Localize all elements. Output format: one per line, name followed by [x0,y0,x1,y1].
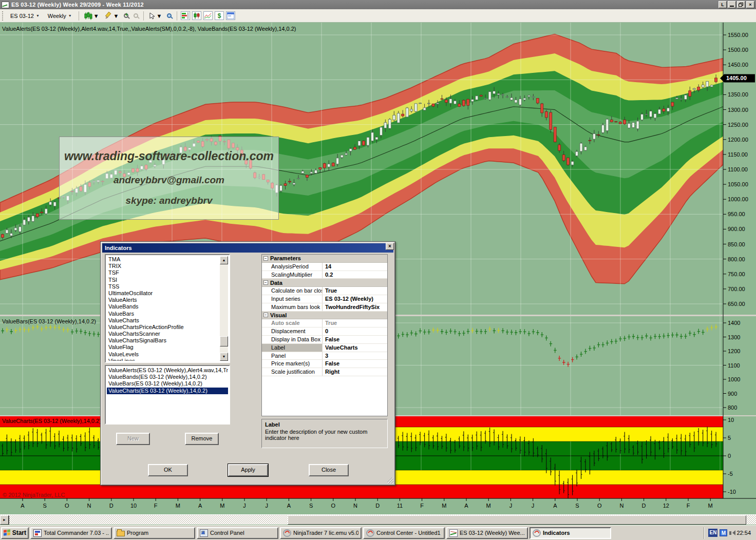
volume-icon[interactable] [729,531,731,535]
property-row[interactable]: Auto scaleTrue [262,319,387,327]
collapse-icon[interactable]: − [263,280,268,285]
watermark-email: andreybbrv@gmail.com [60,175,278,186]
list-item[interactable]: ValueChartsSignalBars [107,337,220,344]
taskbar-button[interactable]: Total Commander 7.03 - ... [30,527,112,539]
dialog-resize-grip[interactable] [387,477,393,484]
property-group-header[interactable]: −Visual [262,312,387,320]
close-button[interactable]: Close [309,464,349,476]
svg-text:J: J [243,503,246,509]
collapse-icon[interactable]: − [263,256,268,261]
zoom-out-icon [134,13,138,18]
taskbar-button[interactable]: Control Panel [197,527,278,539]
configured-indicators-list[interactable]: ValueAlerts(ES 03-12 (Weekly),Alert4.wav… [105,365,230,425]
property-row[interactable]: Displacement0 [262,327,387,336]
taskbar-button[interactable]: Indicators [530,527,611,539]
account-data-button[interactable]: $ [215,11,224,20]
list-item[interactable]: UltimateOscillator [107,290,220,297]
chart-type-button[interactable] [192,11,201,20]
minimize-button[interactable] [728,1,736,8]
configured-indicator-item[interactable]: ValueCharts(ES 03-12 (Weekly),14,0.2) [107,388,228,394]
cursor-tool-button[interactable]: ▼ [147,11,163,21]
window-titlebar[interactable]: ES 03-12 (Weekly) Week 29/2009 - Week 11… [0,0,756,9]
taskbar-button[interactable]: NinjaTrader 7 lic.emu v5.06 [280,527,362,539]
taskbar-button[interactable]: ES 03-12 (Weekly) Wee... [446,527,528,539]
indicator-property-grid[interactable]: −ParametersAnalysisPeriod14ScalingMultip… [261,254,388,416]
dialog-titlebar[interactable]: Indicators [102,243,393,253]
remove-button[interactable]: Remove [185,433,219,445]
list-item[interactable]: ValueBars [107,311,220,317]
scrollbar-thumb[interactable] [220,336,228,346]
svg-text:A: A [287,503,291,509]
new-button[interactable]: New [116,433,150,445]
list-item[interactable]: ValueChartsPriceActionProfile [107,324,220,331]
magicdisc-tray-icon[interactable]: M [720,529,727,536]
property-row[interactable]: AnalysisPeriod14 [262,263,387,271]
scroll-up-button[interactable]: ▲ [220,256,228,264]
svg-text:S: S [309,503,313,509]
property-row[interactable]: LabelValueCharts [262,344,387,352]
list-item[interactable]: TSS [107,283,220,290]
magnifier-icon [167,13,172,18]
property-row[interactable]: Display in Data BoxFalse [262,336,387,344]
list-item[interactable]: ValueLevels [107,351,220,358]
list-item[interactable]: ValueBands [107,303,220,310]
period-label: Weekly [48,13,66,19]
collapse-icon[interactable]: − [263,313,268,317]
configured-indicator-item[interactable]: ValueBands(ES 03-12 (Weekly),14,0.2) [107,374,228,380]
toolbar-grip[interactable] [2,11,4,21]
property-row[interactable]: ScalingMultiplier0.2 [262,271,387,279]
available-indicators-list[interactable]: TMATRIXTSFTSITSSUltimateOscillatorValueA… [105,254,230,363]
list-item[interactable]: ValueChartsScanner [107,331,220,337]
svg-text:S: S [43,503,47,509]
property-row[interactable]: Price marker(s)False [262,360,387,368]
property-row[interactable]: Scale justificationRight [262,368,387,376]
list-item[interactable]: TRIX [107,263,220,269]
language-indicator[interactable]: EN [708,529,717,537]
toolbar-separator [143,11,144,21]
scroll-down-button[interactable]: ▼ [220,353,228,361]
taskbar-button[interactable]: Program [114,527,195,539]
configured-indicator-item[interactable]: ValueBars(ES 03-12 (Weekly),14,0.2) [107,380,228,387]
configured-indicator-item[interactable]: ValueAlerts(ES 03-12 (Weekly),Alert4.wav… [107,367,228,374]
property-row[interactable]: Input seriesES 03-12 (Weekly) [262,295,387,303]
start-button[interactable]: Start [1,527,29,539]
dialog-close-button[interactable]: × [386,243,394,250]
list-item[interactable]: TSI [107,277,220,283]
drawing-tools-button[interactable]: ▼ [103,11,121,21]
watermark-skype: skype: andreybbrv [60,195,278,206]
ninjatrader-icon [283,529,291,537]
property-row[interactable]: Panel3 [262,352,387,360]
zoom-in-button[interactable] [122,12,130,19]
list-scrollbar[interactable]: ▲ ▼ [220,256,228,361]
list-item[interactable]: ValueFlag [107,344,220,351]
list-item[interactable]: TMA [107,256,220,263]
scroll-right-button[interactable]: ► [0,515,9,525]
list-item[interactable]: TSF [107,269,220,276]
link-button[interactable]: L [719,1,727,8]
property-group-header[interactable]: −Parameters [262,255,387,263]
zoom-out-button[interactable] [132,12,140,19]
chart-horizontal-scrollbar[interactable]: ◄ ► [0,514,756,525]
list-item[interactable]: ValueAlerts [107,297,220,303]
instrument-selector[interactable]: ES 03-12 ▼ [7,11,43,21]
property-row[interactable]: Calculate on bar closeTrue [262,287,387,295]
scrollbar-thumb[interactable] [288,515,746,525]
data-box-button[interactable] [165,12,173,19]
panel-properties-button[interactable] [226,11,235,20]
chart-style-button[interactable]: ▼ [83,11,101,21]
restore-button[interactable] [737,1,745,8]
market-depth-button[interactable] [181,11,190,20]
close-button[interactable]: × [746,1,754,8]
svg-text:5: 5 [728,435,731,441]
system-tray: EN M 22:54 [704,527,755,539]
period-selector[interactable]: Weekly ▼ [45,11,75,21]
line-chart-button[interactable] [203,11,213,20]
valuebars-panel-label: ValueBars(ES 03-12 (Weekly),14,0.2) [2,318,96,324]
property-group-header[interactable]: −Data [262,279,387,287]
list-item[interactable]: ValueCharts [107,317,220,324]
ok-button[interactable]: OK [148,464,188,476]
apply-button[interactable]: Apply [228,464,268,476]
list-item[interactable]: ViperLines [107,358,220,361]
property-row[interactable]: Maximum bars look backTwoHundredFiftySix [262,303,387,312]
taskbar-button[interactable]: Control Center - Untitled1 [363,527,445,539]
